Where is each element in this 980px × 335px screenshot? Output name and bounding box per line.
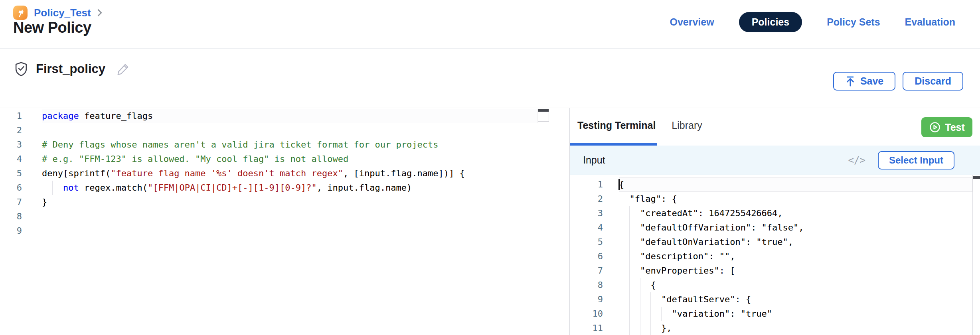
indent-guide [629, 206, 630, 221]
code-line: 1{ [570, 177, 980, 192]
nav-tab-overview[interactable]: Overview [670, 16, 714, 28]
indent-guide [619, 249, 619, 264]
nav-tab-evaluation[interactable]: Evaluation [905, 16, 955, 28]
page-title: New Policy [13, 19, 91, 36]
page-header: Policy_Test New Policy Overview Policies… [0, 0, 980, 49]
select-input-button[interactable]: Select Input [878, 151, 954, 169]
code-line: 9 [0, 224, 569, 238]
code-line: 4# e.g. "FFM-123" is allowed. "My cool f… [0, 152, 569, 166]
indent-guide [629, 278, 630, 292]
indent-guide [619, 206, 619, 221]
discard-button[interactable]: Discard [903, 72, 963, 91]
indent-guide [629, 292, 630, 307]
indent-guide [629, 249, 630, 264]
input-label: Input [583, 154, 605, 166]
tab-testing-terminal[interactable]: Testing Terminal [570, 108, 657, 146]
left-editor-scrollbar-track [538, 108, 538, 335]
content-area: 1package feature_flags23# Deny flags who… [0, 108, 980, 335]
nav-tab-policies[interactable]: Policies [739, 12, 802, 32]
code-line-text: "flag": { [619, 192, 972, 206]
test-button[interactable]: Test [921, 117, 972, 137]
tab-library[interactable]: Library [672, 108, 706, 146]
line-number: 6 [0, 181, 22, 195]
right-editor-scrollbar-track [972, 175, 973, 335]
right-editor-scrollbar-thumb[interactable] [973, 176, 980, 179]
shield-check-icon [14, 61, 28, 77]
line-number: 9 [0, 224, 22, 238]
indent-guide [650, 321, 651, 335]
code-line-text: "createdAt": 1647255426664, [619, 206, 972, 221]
input-bar: Input </> Select Input [570, 146, 980, 175]
indent-guide [640, 292, 640, 307]
indent-guide [650, 292, 651, 307]
code-line-text: not regex.match("[FFM|OPA|CI|CD]+[-][1-9… [42, 181, 537, 195]
code-line-text [42, 224, 537, 238]
policy-name: First_policy [36, 62, 105, 76]
indent-guide [619, 192, 619, 206]
line-number: 2 [570, 192, 603, 206]
left-editor-scrollbar-thumb[interactable] [538, 109, 549, 112]
code-line: 3# Deny flags whose names aren't a valid… [0, 138, 569, 152]
code-line-text: # e.g. "FFM-123" is allowed. "My cool fl… [42, 152, 537, 166]
line-number: 8 [570, 278, 603, 292]
code-line-text: "variation": "true" [619, 307, 972, 321]
code-line: 7 "envProperties": [ [570, 264, 980, 278]
nav-tab-policy-sets[interactable]: Policy Sets [827, 16, 880, 28]
line-number: 9 [570, 292, 603, 307]
indent-guide [619, 264, 619, 278]
code-line-text [42, 123, 537, 138]
indent-guide [661, 307, 662, 321]
code-line: 2 [0, 123, 569, 138]
nav-tabs: Overview Policies Policy Sets Evaluation [670, 12, 955, 32]
code-line-text: deny[sprintf("feature flag name '%s' doe… [42, 166, 537, 181]
text-cursor [618, 179, 620, 190]
code-line: 10 "variation": "true" [570, 307, 980, 321]
code-line: 2 "flag": { [570, 192, 980, 206]
indent-guide [52, 181, 53, 195]
line-number: 11 [570, 321, 603, 335]
code-line-text: "description": "", [619, 249, 972, 264]
line-number: 4 [570, 221, 603, 235]
indent-guide [619, 278, 619, 292]
policy-code-lines: 1package feature_flags23# Deny flags who… [0, 109, 569, 238]
line-number: 4 [0, 152, 22, 166]
indent-guide [619, 307, 619, 321]
line-number: 5 [570, 235, 603, 249]
indent-guide [629, 307, 630, 321]
policy-editor-page: Policy_Test New Policy Overview Policies… [0, 0, 980, 335]
policy-code-editor[interactable]: 1package feature_flags23# Deny flags who… [0, 108, 569, 335]
code-line-text: # Deny flags whose names aren't a valid … [42, 138, 537, 152]
line-number: 1 [570, 177, 603, 192]
code-line: 1package feature_flags [0, 109, 569, 123]
breadcrumb-chevron-icon [97, 8, 103, 17]
save-button[interactable]: Save [833, 72, 895, 91]
indent-guide [619, 292, 619, 307]
code-line-text: "envProperties": [ [619, 264, 972, 278]
code-brackets-icon[interactable]: </> [848, 155, 865, 166]
toolbar-buttons: Save Discard [833, 72, 963, 91]
line-number: 10 [570, 307, 603, 321]
code-line: 3 "createdAt": 1647255426664, [570, 206, 980, 221]
input-json-lines: 1{2 "flag": {3 "createdAt": 164725542666… [570, 177, 980, 335]
code-line-text: { [619, 278, 972, 292]
indent-guide [629, 221, 630, 235]
code-line-text: package feature_flags [42, 109, 537, 123]
edit-pencil-icon[interactable] [117, 62, 130, 76]
code-line: 5 "defaultOnVariation": "true", [570, 235, 980, 249]
indent-guide [629, 235, 630, 249]
line-number: 2 [0, 123, 22, 138]
indent-guide [640, 278, 640, 292]
breadcrumb-project-link[interactable]: Policy_Test [34, 7, 91, 19]
code-line-text: { [619, 177, 972, 192]
play-icon [929, 121, 941, 133]
discard-button-label: Discard [915, 75, 951, 87]
breadcrumb: Policy_Test [13, 6, 103, 20]
indent-guide [650, 307, 651, 321]
line-number: 3 [0, 138, 22, 152]
upload-icon [845, 76, 856, 87]
code-line: 6 "description": "", [570, 249, 980, 264]
code-line-text: }, [619, 321, 972, 335]
policy-module-icon [13, 6, 28, 20]
input-json-editor[interactable]: 1{2 "flag": {3 "createdAt": 164725542666… [570, 175, 980, 335]
indent-guide [42, 181, 42, 195]
